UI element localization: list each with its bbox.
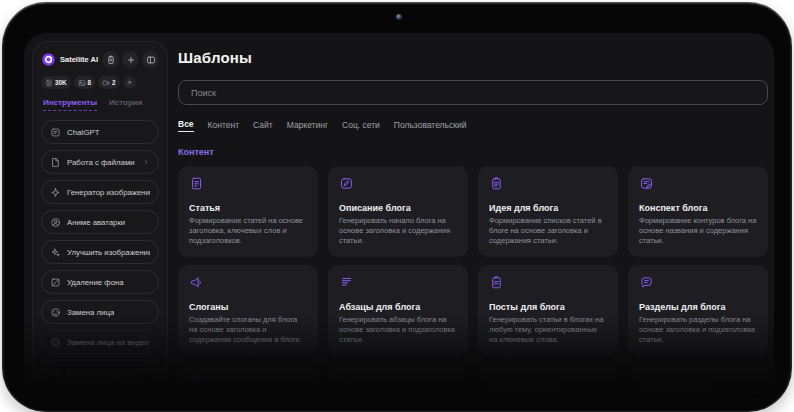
filter-tab[interactable]: Соц. сети	[342, 120, 380, 132]
page: Satellite AI 30K82 ИнструментыИстория Ch…	[0, 0, 794, 412]
template-card[interactable]: Идея для блогаФормирование списков стате…	[478, 166, 618, 257]
stat-value: 8	[88, 79, 92, 86]
template-card-ghost	[628, 363, 768, 393]
collapse-panel-button[interactable]	[142, 51, 159, 68]
card-description: Формирование статей на основе заголовка,…	[189, 216, 307, 247]
file-icon	[50, 157, 61, 168]
template-card[interactable]: Описание блогаГенерировать начало блога …	[328, 166, 468, 257]
sidebar-item[interactable]: Замена лица	[41, 300, 159, 324]
sidebar-tabs: ИнструментыИстория	[41, 98, 159, 111]
sidebar-item[interactable]: Аниме аватарки	[41, 210, 159, 234]
images-badge: 8	[74, 76, 96, 89]
card-description: Формирование списков статей в блоге на о…	[489, 216, 607, 247]
filter-tab[interactable]: Контент	[208, 120, 240, 132]
tokens-badge: 30K	[41, 76, 71, 89]
templates-grid: СтатьяФормирование статей на основе заго…	[178, 166, 768, 393]
arrow-up-right-icon	[125, 79, 133, 87]
card-description: Создавайте слоганы для блога на основе з…	[189, 315, 307, 346]
card-title: Описание блога	[339, 203, 457, 213]
filter-tab[interactable]: Все	[178, 119, 194, 132]
tablet-frame: Satellite AI 30K82 ИнструментыИстория Ch…	[2, 2, 792, 412]
app-name: Satellite AI	[60, 55, 98, 64]
doc-icon	[45, 79, 53, 87]
sidebar-item[interactable]: Улучшить изображение	[41, 240, 159, 264]
filter-tabs: ВсеКонтентСайтМаркетингСоц. сетиПользова…	[178, 119, 768, 132]
image-gen-icon	[50, 187, 61, 198]
enhance-icon	[50, 247, 61, 258]
card-title: Идея для блога	[489, 203, 607, 213]
filter-tab[interactable]: Маркетинг	[287, 120, 328, 132]
stat-value: 2	[112, 79, 116, 86]
sidebar-header: Satellite AI	[41, 51, 159, 68]
tools-list: ChatGPTРабота с файламиГенератор изображ…	[41, 120, 159, 384]
sidebar-tab-инструменты[interactable]: Инструменты	[43, 98, 97, 111]
camera-dot	[396, 14, 402, 20]
card-description: Генерировать статьи в блогах на любую те…	[489, 315, 607, 346]
hash-icon	[189, 373, 204, 388]
sidebar-item[interactable]: Генератор изображений	[41, 180, 159, 204]
template-card-ghost	[478, 363, 618, 393]
sidebar-item-label: Замена лица на видео	[67, 338, 149, 347]
satellite-logo-icon	[41, 52, 56, 67]
image-icon	[78, 79, 86, 87]
panel-icon	[146, 55, 156, 65]
card-description: Генерировать начало блога на основе заго…	[339, 216, 457, 247]
card-description: Генерировать разделы блога на основе заг…	[639, 315, 757, 346]
template-card[interactable]: СтатьяФормирование статей на основе заго…	[178, 166, 318, 257]
main-area: Шаблоны ВсеКонтентСайтМаркетингСоц. сети…	[178, 33, 768, 393]
sidebar: Satellite AI 30K82 ИнструментыИстория Ch…	[32, 41, 168, 391]
template-card[interactable]: Абзацы для блогаГенерировать абзацы блог…	[328, 265, 468, 356]
skeleton-line	[639, 383, 712, 387]
new-chat-button[interactable]	[122, 51, 139, 68]
sidebar-item-label: Генератор изображений	[67, 188, 150, 197]
section-title: Контент	[178, 147, 768, 157]
tasks-button[interactable]	[102, 51, 119, 68]
sidebar-item[interactable]: Генерация видео	[41, 360, 159, 384]
sidebar-item[interactable]: Удаление фона	[41, 270, 159, 294]
sidebar-item[interactable]: ChatGPT	[41, 120, 159, 144]
blog-outline-icon	[639, 176, 654, 191]
blog-description-icon	[339, 176, 354, 191]
page-title: Шаблоны	[178, 49, 768, 66]
chevron-right-icon	[142, 158, 150, 166]
card-title: Слоганы	[189, 302, 307, 312]
clipboard-icon	[106, 55, 116, 65]
card-title: Абзацы для блога	[339, 302, 457, 312]
filter-tab[interactable]: Сайт	[253, 120, 273, 132]
card-title: Посты для блога	[489, 302, 607, 312]
filter-tab[interactable]: Пользовательский	[394, 120, 467, 132]
sidebar-item-label: ChatGPT	[67, 128, 100, 137]
skeleton-line	[489, 392, 583, 393]
template-card[interactable]: Разделы для блогаГенерировать разделы бл…	[628, 265, 768, 356]
chat-icon	[50, 127, 61, 138]
sidebar-item-label: Удаление фона	[67, 278, 124, 287]
face-icon	[50, 307, 61, 318]
share-button[interactable]	[123, 76, 136, 89]
blog-idea-icon	[489, 176, 504, 191]
blog-posts-icon	[489, 275, 504, 290]
blog-sections-icon	[639, 275, 654, 290]
sidebar-tab-история[interactable]: История	[109, 98, 142, 111]
plus-icon	[126, 55, 136, 65]
template-card[interactable]: Посты для блогаГенерировать статьи в бло…	[478, 265, 618, 356]
videos-badge: 2	[98, 76, 120, 89]
skeleton-line	[639, 392, 733, 393]
template-card[interactable]: Конспект блогаФормирование контуров блог…	[628, 166, 768, 257]
sidebar-header-buttons	[99, 51, 159, 68]
card-description: Генерировать абзацы блога на основе заго…	[339, 315, 457, 346]
app-screen: Satellite AI 30K82 ИнструментыИстория Ch…	[24, 33, 774, 393]
card-title: Статья	[189, 203, 307, 213]
megaphone-icon	[189, 275, 204, 290]
sidebar-item[interactable]: Работа с файлами	[41, 150, 159, 174]
template-card-ghost	[178, 363, 318, 393]
sidebar-item[interactable]: Замена лица на видео	[41, 330, 159, 354]
note-icon	[189, 176, 204, 191]
sidebar-item-label: Аниме аватарки	[67, 218, 125, 227]
card-title: Конспект блога	[639, 203, 757, 213]
face-video-icon	[50, 337, 61, 348]
usage-stats: 30K82	[41, 76, 159, 89]
search-input[interactable]	[178, 80, 768, 105]
sidebar-item-label: Улучшить изображение	[67, 248, 150, 257]
template-card[interactable]: СлоганыСоздавайте слоганы для блога на о…	[178, 265, 318, 356]
video-icon	[102, 79, 110, 87]
